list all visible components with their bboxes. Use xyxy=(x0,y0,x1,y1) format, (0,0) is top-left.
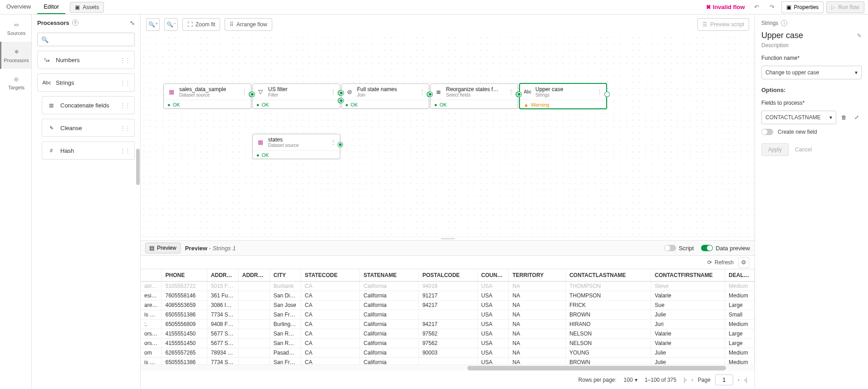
node-menu-icon[interactable]: ⋮ xyxy=(597,88,603,95)
node-us-filter[interactable]: ▽ US filter Filter ⋮ ●OK xyxy=(252,83,340,109)
scrollbar-thumb[interactable] xyxy=(467,366,726,370)
col-addr1[interactable]: ADDRESSL xyxy=(207,269,238,281)
table-row[interactable]: areho…40855536593086 In…San JoseCACalifo… xyxy=(141,300,755,310)
input-port[interactable] xyxy=(428,92,432,97)
drag-handle-icon[interactable]: ⋮⋮ xyxy=(120,57,130,63)
resize-handle[interactable] xyxy=(141,237,755,240)
ok-icon: ● xyxy=(167,102,171,107)
node-upper-case[interactable]: Abc Upper case Strings ⋮ ▲Warning xyxy=(519,83,607,109)
col-statecode[interactable]: STATECODE xyxy=(301,269,360,281)
prev-page-button[interactable]: ‹ xyxy=(691,377,693,383)
help-icon[interactable]: i xyxy=(781,20,787,26)
cell-addr2 xyxy=(238,291,270,300)
processor-cleanse[interactable]: ✎ Cleanse ⋮⋮ xyxy=(42,119,135,137)
script-toggle[interactable]: Script xyxy=(664,245,694,252)
node-menu-icon[interactable]: ⋮ xyxy=(508,88,514,95)
table-row[interactable]: is Co.65055513867734 St…San Fra…CACalifo… xyxy=(141,357,755,365)
preview-script-button[interactable]: ☰ Preview script xyxy=(697,18,749,31)
input-port[interactable] xyxy=(517,92,521,97)
fields-to-process-select[interactable]: CONTACTLASTNAME ▾ xyxy=(761,111,836,124)
tab-editor[interactable]: Editor xyxy=(37,0,65,14)
processor-numbers[interactable]: ¹₂₃ Numbers ⋮⋮ xyxy=(37,51,135,69)
col-firstname[interactable]: CONTACTFIRSTNAME xyxy=(651,269,725,281)
table-row[interactable]: ors Ltd.41555514505677 St…San Raf…CACali… xyxy=(141,329,755,338)
cell-statename: California xyxy=(360,310,419,319)
help-icon[interactable]: ? xyxy=(72,19,78,26)
table-row[interactable]: ables…51055537225015 Fu…BurbankCACalifor… xyxy=(141,281,755,291)
table-row[interactable]: is Co.65055513867734 St…San Fra…CACalifo… xyxy=(141,310,755,319)
drag-handle-icon[interactable]: ⋮⋮ xyxy=(120,102,130,109)
node-menu-icon[interactable]: ⋮ xyxy=(330,88,336,95)
data-preview-toggle[interactable]: Data preview xyxy=(701,245,750,252)
node-full-state-names[interactable]: ⊘ Full state names Join ⋮ ●OK xyxy=(341,83,429,109)
rows-per-page-select[interactable]: 100 ▾ xyxy=(624,377,638,383)
col-country[interactable]: COUNTRY xyxy=(477,269,509,281)
input-port-2[interactable] xyxy=(339,98,343,103)
table-settings-button[interactable]: ⚙ xyxy=(738,257,749,268)
assets-button[interactable]: ▣ Assets xyxy=(70,2,104,13)
processor-strings[interactable]: Abc Strings ⋮⋮ xyxy=(37,73,135,92)
drag-handle-icon[interactable]: ⋮⋮ xyxy=(120,147,130,154)
rail-sources[interactable]: ▭ Sources xyxy=(0,15,31,42)
node-menu-icon[interactable]: ⋮ xyxy=(330,139,336,146)
function-name-select[interactable]: Change to upper case ▾ xyxy=(761,66,862,79)
output-port[interactable] xyxy=(605,92,609,97)
create-new-field-toggle[interactable]: Create new field xyxy=(761,129,862,135)
edit-icon[interactable]: ✎ xyxy=(857,33,862,39)
drag-handle-icon[interactable]: ⋮⋮ xyxy=(120,79,130,86)
next-page-button[interactable]: › xyxy=(738,377,740,383)
table-row[interactable]: ors Ltd.41555514505677 St…San Raf…CACali… xyxy=(141,338,755,348)
input-port-1[interactable] xyxy=(339,91,343,95)
col-city[interactable]: CITY xyxy=(270,269,301,281)
col-lastname[interactable]: CONTACTLASTNAME xyxy=(565,269,651,281)
processor-concatenate[interactable]: ▥ Concatenate fields ⋮⋮ xyxy=(42,96,135,114)
col-phone[interactable]: PHONE xyxy=(162,269,207,281)
horizontal-scrollbar[interactable] xyxy=(141,365,755,371)
col-postal[interactable]: POSTALCODE xyxy=(418,269,477,281)
undo-button[interactable]: ↶ xyxy=(750,1,763,13)
table-row[interactable]: :.65055568099408 Fu…Burling…CACalifornia… xyxy=(141,319,755,329)
delete-field-button[interactable]: 🗑 xyxy=(839,112,849,122)
zoom-fit-button[interactable]: ⛶ Zoom fit xyxy=(182,18,220,31)
processors-search[interactable]: 🔍 xyxy=(37,33,135,46)
cell-addr2 xyxy=(238,329,270,338)
table-row[interactable]: om626555726578934 …PasadenaCACalifornia9… xyxy=(141,348,755,357)
expand-field-button[interactable]: ⤢ xyxy=(852,112,862,122)
page-input[interactable] xyxy=(715,374,733,385)
node-title: Reorganize states f… xyxy=(446,86,505,92)
input-port[interactable] xyxy=(250,92,255,97)
col-addr2[interactable]: ADDRESSL xyxy=(238,269,270,281)
preview-toggle-button[interactable]: ▤ Preview xyxy=(145,243,181,253)
node-menu-icon[interactable]: ⋮ xyxy=(419,88,425,95)
zoom-out-button[interactable]: 🔍⁻ xyxy=(164,18,178,31)
col-dealsize[interactable]: DEALSIZE xyxy=(725,269,755,281)
col-territory[interactable]: TERRITORY xyxy=(509,269,565,281)
tab-overview[interactable]: Overview xyxy=(0,0,37,14)
rail-processors[interactable]: ✲ Processors xyxy=(0,42,31,69)
zoom-in-button[interactable]: 🔍⁺ xyxy=(146,18,160,31)
flow-canvas[interactable]: ▦ sales_data_sample Dataset source ⋮ ●OK… xyxy=(141,34,755,237)
table-row[interactable]: esign…7605558146361 Fur…San DiegoCACalif… xyxy=(141,291,755,300)
first-page-button[interactable]: |‹ xyxy=(684,377,687,383)
collapse-icon[interactable]: ⤡ xyxy=(130,19,135,26)
rail-targets[interactable]: ◎ Targets xyxy=(0,69,31,96)
properties-button[interactable]: ▣ Properties xyxy=(781,1,824,13)
scrollbar-thumb[interactable] xyxy=(136,149,140,185)
node-sales-data-sample[interactable]: ▦ sales_data_sample Dataset source ⋮ ●OK xyxy=(163,83,251,109)
redo-button[interactable]: ↷ xyxy=(766,1,779,13)
processor-category: Strings xyxy=(761,20,778,26)
node-reorganize-states[interactable]: ≣ Reorganize states f… Select fields ⋮ ●… xyxy=(430,83,518,109)
col-statename[interactable]: STATENAME xyxy=(360,269,419,281)
processor-hash[interactable]: # Hash ⋮⋮ xyxy=(42,141,135,160)
refresh-button[interactable]: ⟳ Refresh xyxy=(707,259,734,266)
last-page-button[interactable]: ›| xyxy=(744,377,747,383)
node-states[interactable]: ▦ states Dataset source ⋮ ●OK xyxy=(252,134,340,159)
node-menu-icon[interactable]: ⋮ xyxy=(241,88,247,95)
cell-postal: 91217 xyxy=(418,291,477,300)
cell-postal: 97562 xyxy=(418,338,477,348)
output-port[interactable] xyxy=(338,142,343,147)
cell-phone: 4085553659 xyxy=(162,300,207,310)
drag-handle-icon[interactable]: ⋮⋮ xyxy=(120,125,130,131)
col-blank[interactable] xyxy=(141,269,162,281)
arrange-flow-button[interactable]: ⠿ Arrange flow xyxy=(225,18,272,31)
